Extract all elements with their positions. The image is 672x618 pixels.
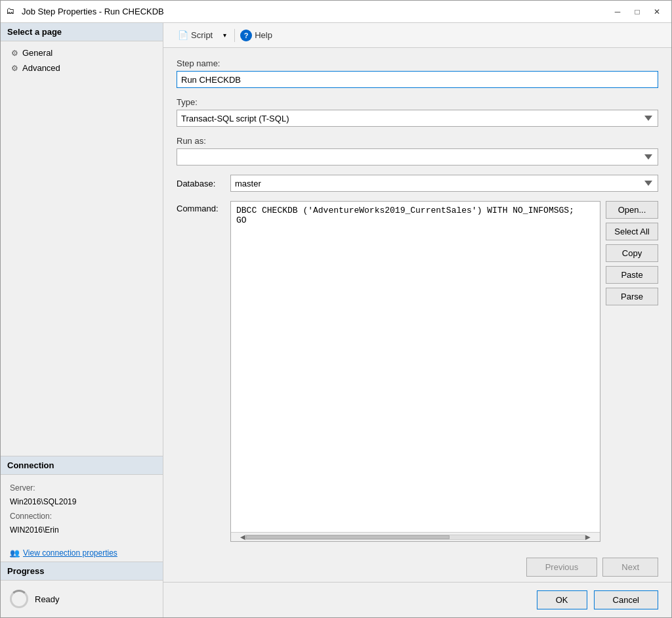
progress-status: Ready [35,594,60,604]
command-right: DBCC CHECKDB ('AdventureWorks2019_Curren… [230,201,658,542]
toolbar-separator [234,29,235,42]
connection-info: Server: Win2016\SQL2019 Connection: WIN2… [1,475,163,544]
previous-button[interactable]: Previous [526,558,598,577]
content-area: Select a page ⚙ General ⚙ Advanced Conne… [1,23,671,617]
general-icon: ⚙ [11,49,18,58]
step-name-label: Step name: [177,58,658,68]
sidebar-header: Select a page [1,23,163,41]
view-connection-label: View connection properties [23,548,117,558]
close-button[interactable]: ✕ [648,5,666,19]
command-input-area: DBCC CHECKDB ('AdventureWorks2019_Curren… [230,201,658,542]
type-group: Type: Transact-SQL script (T-SQL) Active… [177,97,658,127]
title-bar: 🗂 Job Step Properties - Run CHECKDB ─ □ … [1,1,671,23]
step-name-group: Step name: [177,58,658,88]
title-bar-controls: ─ □ ✕ [608,5,666,19]
help-label: Help [255,30,272,40]
script-button[interactable]: 📄 Script [173,28,218,42]
connection-header: Connection [1,456,163,475]
next-button[interactable]: Next [602,558,658,577]
window-icon: 🗂 [6,6,18,18]
parse-button[interactable]: Parse [606,288,658,305]
command-area: Command: DBCC CHECKDB ('AdventureWorks20… [177,201,658,542]
progress-spinner [10,590,28,608]
connection-label-row: Connection: [10,510,154,524]
command-buttons: Open... Select All Copy Paste Parse [606,201,658,542]
run-as-select[interactable] [177,148,658,166]
sidebar: Select a page ⚙ General ⚙ Advanced Conne… [1,23,163,617]
run-as-label: Run as: [177,136,658,146]
command-textarea-wrapper: DBCC CHECKDB ('AdventureWorks2019_Curren… [230,201,600,542]
run-as-group: Run as: [177,136,658,166]
sidebar-item-general[interactable]: ⚙ General [1,45,163,60]
command-label: Command: [177,201,222,542]
cancel-button[interactable]: Cancel [594,590,658,609]
main-window: 🗂 Job Step Properties - Run CHECKDB ─ □ … [0,0,672,618]
connection-section: Connection Server: Win2016\SQL2019 Conne… [1,456,163,562]
main-panel: 📄 Script ▾ ? Help Step name: [163,23,671,617]
advanced-icon: ⚙ [11,64,18,73]
sidebar-item-advanced-label: Advanced [22,63,60,73]
command-textarea[interactable]: DBCC CHECKDB ('AdventureWorks2019_Curren… [231,202,600,532]
connection-value-row: WIN2016\Erin [10,523,154,538]
server-value-row: Win2016\SQL2019 [10,495,154,510]
connection-label: Connection: [10,512,52,521]
connection-link-icon: 👥 [10,548,20,558]
bottom-bar: OK Cancel [163,582,671,617]
progress-section: Progress Ready [1,562,163,617]
database-select[interactable]: master model msdb tempdb [230,175,658,192]
database-row: Database: master model msdb tempdb [177,175,658,192]
sidebar-item-advanced[interactable]: ⚙ Advanced [1,60,163,76]
maximize-button[interactable]: □ [628,5,646,19]
database-label: Database: [177,179,222,188]
type-label: Type: [177,97,658,107]
nav-area: Previous Next [163,552,671,582]
connection-value: WIN2016\Erin [10,525,59,535]
paste-button[interactable]: Paste [606,266,658,284]
window-title: Job Step Properties - Run CHECKDB [22,7,164,16]
minimize-button[interactable]: ─ [608,5,627,19]
title-bar-left: 🗂 Job Step Properties - Run CHECKDB [6,6,164,18]
form-area: Step name: Type: Transact-SQL script (T-… [163,48,671,552]
script-icon: 📄 [178,30,188,40]
server-label-row: Server: [10,481,154,496]
ok-button[interactable]: OK [537,590,587,609]
scrollbar-thumb-h [246,535,450,539]
progress-content: Ready [1,581,163,617]
horizontal-scrollbar[interactable]: ◀ ▶ [231,532,600,541]
help-icon: ? [240,30,252,41]
script-label: Script [191,30,213,40]
server-label: Server: [10,483,35,493]
copy-button[interactable]: Copy [606,244,658,262]
select-all-button[interactable]: Select All [606,223,658,240]
server-value: Win2016\SQL2019 [10,497,76,506]
open-button[interactable]: Open... [606,201,658,219]
progress-header: Progress [1,562,163,581]
scroll-left-arrow[interactable]: ◀ [240,533,245,541]
scroll-right-arrow[interactable]: ▶ [585,533,591,541]
scrollbar-track-h[interactable] [245,535,585,540]
help-button[interactable]: ? Help [240,30,272,41]
toolbar: 📄 Script ▾ ? Help [163,23,671,48]
script-caret[interactable]: ▾ [220,30,229,40]
sidebar-item-general-label: General [22,48,52,58]
view-connection-link[interactable]: 👥 View connection properties [1,544,163,562]
step-name-input[interactable] [177,71,658,88]
sidebar-items: ⚙ General ⚙ Advanced [1,41,163,79]
type-select[interactable]: Transact-SQL script (T-SQL) ActiveX Scri… [177,110,658,127]
